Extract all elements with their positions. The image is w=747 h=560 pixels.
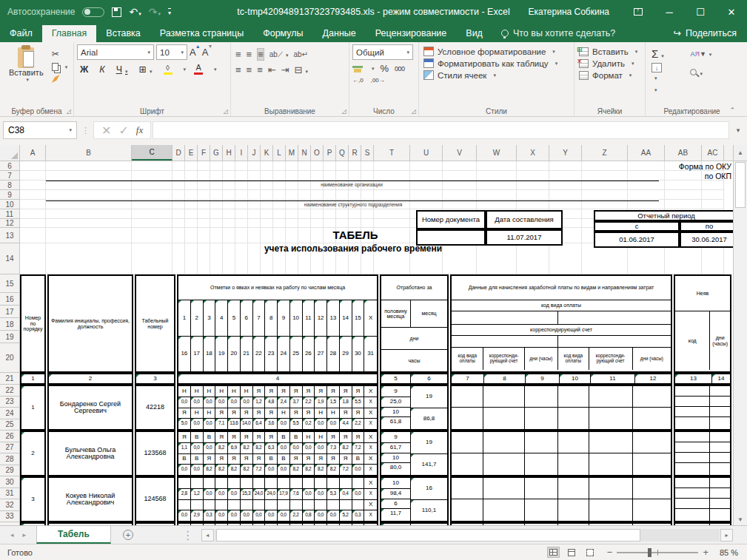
day-data-cell[interactable] — [241, 500, 253, 510]
day-data-cell[interactable]: Я — [215, 454, 228, 465]
row-header-9[interactable]: 9 — [0, 190, 19, 200]
col-number-cell[interactable]: 7 — [452, 374, 484, 383]
day-data-cell[interactable]: 2,2 — [290, 510, 303, 521]
autosum-button[interactable]: Σ▾ — [651, 47, 684, 60]
pay-section-title[interactable]: Данные для начисления заработной платы п… — [452, 276, 671, 300]
day-header-cell[interactable]: 23 — [265, 337, 278, 371]
day-data-cell[interactable]: В — [191, 432, 204, 442]
pay-data-cell[interactable] — [452, 432, 483, 453]
number-format-combo[interactable]: Общий▾ — [352, 44, 413, 60]
period-to-value[interactable]: 30.06.2017 — [680, 232, 733, 248]
day-header-cell[interactable]: 12 — [315, 300, 327, 336]
column-header-R[interactable]: R — [349, 145, 361, 161]
day-data-cell[interactable]: 24,0 — [265, 489, 278, 499]
day-data-cell[interactable]: 8,2 — [327, 465, 340, 475]
day-data-cell[interactable]: Я — [290, 386, 303, 397]
page-break-view-button[interactable] — [584, 547, 597, 558]
col-number-cell[interactable]: 9 — [526, 374, 560, 383]
day-data-cell[interactable]: Н — [303, 432, 315, 442]
absence-data-cell[interactable] — [675, 463, 709, 473]
day-data-cell[interactable] — [253, 500, 266, 510]
column-header-Y[interactable]: Y — [549, 145, 582, 161]
day-data-cell[interactable]: Н — [241, 524, 253, 525]
day-header-cell[interactable]: 26 — [303, 337, 315, 371]
paste-button[interactable]: Вставить ▾ — [3, 44, 50, 105]
worked-half-cell[interactable]: 61,8 — [381, 416, 410, 427]
column-header-I[interactable]: I — [235, 145, 248, 161]
column-header-S[interactable]: S — [361, 145, 374, 161]
ribbon-tab-Формулы[interactable]: Формулы — [253, 25, 312, 42]
pay-empty-cell[interactable] — [558, 311, 671, 324]
align-center-button[interactable]: ≡ — [247, 64, 252, 75]
absence-data-cell[interactable] — [710, 499, 730, 509]
day-data-cell[interactable]: 0,3 — [352, 510, 365, 521]
col-number-cell[interactable]: 10 — [560, 374, 591, 383]
font-size-combo[interactable]: 10▾ — [156, 44, 187, 60]
day-data-cell[interactable]: 5,2 — [340, 510, 352, 521]
column-header-Q[interactable]: Q — [336, 145, 349, 161]
day-data-cell[interactable] — [278, 500, 290, 510]
decrease-decimal-button[interactable]: ,00→ — [371, 77, 385, 84]
vertical-scrollbar[interactable]: ▼ — [733, 161, 747, 525]
row-header-14[interactable]: 14 — [0, 243, 19, 274]
day-data-cell[interactable]: Н — [315, 432, 327, 442]
day-header-cell[interactable]: 10 — [290, 300, 303, 336]
day-data-cell[interactable]: Я — [228, 454, 241, 465]
day-data-cell[interactable]: В — [278, 432, 290, 442]
sheet-area[interactable]: Форма по ОКУ по ОКП наименование организ… — [20, 161, 733, 525]
row-header-25[interactable]: 25 — [0, 419, 19, 431]
col-number-cell[interactable]: 11 — [591, 374, 635, 383]
ribbon-tab-Разметка страницы[interactable]: Разметка страницы — [150, 25, 253, 42]
day-data-cell[interactable]: Н — [178, 524, 191, 525]
hscroll-left-icon[interactable]: ◂ — [201, 529, 214, 542]
row-header-20[interactable]: 20 — [0, 343, 19, 373]
day-data-cell[interactable]: 0,0 — [215, 489, 228, 499]
scroll-down-icon[interactable]: ▼ — [734, 513, 747, 525]
day-data-cell[interactable] — [290, 478, 303, 488]
day-data-cell[interactable] — [191, 478, 204, 488]
day-data-cell[interactable]: 8,2 — [290, 465, 303, 475]
pay-data-cell[interactable] — [483, 408, 523, 429]
pay-data-cell[interactable] — [558, 524, 588, 525]
pay-data-cell[interactable] — [525, 386, 557, 408]
col-number-cell[interactable]: 6 — [411, 374, 447, 383]
employee-tab-number[interactable]: 42218 — [136, 386, 174, 429]
day-data-cell[interactable]: В — [278, 454, 290, 465]
pay-data-cell[interactable] — [558, 432, 588, 453]
sheet-subtitle[interactable]: учета использования рабочего времени — [242, 243, 464, 254]
absence-data-cell[interactable] — [710, 397, 730, 407]
merge-center-button[interactable]: ⊟▾ — [295, 64, 308, 75]
day-data-cell[interactable]: 0,0 — [253, 510, 266, 521]
day-data-cell[interactable]: Н — [178, 386, 191, 397]
worked-month-cell[interactable]: 19 — [411, 432, 447, 453]
pay-sub-header[interactable]: корреспонди- рующий счет — [483, 348, 524, 370]
pay-sub-header[interactable]: код вида оплаты — [558, 348, 589, 370]
day-data-cell[interactable]: 1,9 — [315, 397, 327, 408]
absence-data-cell[interactable] — [710, 386, 730, 397]
column-header-V[interactable]: V — [443, 145, 477, 161]
pay-data-cell[interactable] — [558, 478, 588, 499]
employee-name[interactable]: Кокуев Николай Александрович — [49, 478, 132, 521]
worked-half-cell[interactable]: 98,4 — [381, 488, 410, 499]
day-header-cell[interactable]: 4 — [215, 300, 228, 336]
ribbon-tab-Вставка[interactable]: Вставка — [96, 25, 150, 42]
pay-data-cell[interactable] — [483, 453, 523, 475]
absence-title[interactable]: Неяв — [675, 276, 730, 311]
pay-empty-cell[interactable] — [452, 311, 558, 324]
normal-view-button[interactable] — [547, 547, 560, 558]
day-data-cell[interactable]: 0,0 — [178, 465, 191, 475]
day-data-cell[interactable] — [215, 478, 228, 488]
worked-half-cell[interactable]: 6 — [381, 499, 410, 509]
form-oku-label[interactable]: Форма по ОКУ — [679, 162, 731, 171]
absence-data-cell[interactable] — [675, 499, 709, 509]
day-data-cell[interactable]: В — [178, 454, 191, 465]
column-header-O[interactable]: O — [311, 145, 324, 161]
day-data-cell[interactable]: X — [364, 524, 377, 525]
day-data-cell[interactable]: 6,3 — [265, 443, 278, 453]
day-data-cell[interactable]: 0,0 — [278, 419, 290, 429]
day-data-cell[interactable]: Я — [228, 408, 241, 419]
day-header-cell[interactable]: 28 — [327, 337, 340, 371]
column-header-H[interactable]: H — [223, 145, 235, 161]
absence-data-cell[interactable] — [710, 488, 730, 499]
day-data-cell[interactable]: Я — [352, 432, 365, 442]
